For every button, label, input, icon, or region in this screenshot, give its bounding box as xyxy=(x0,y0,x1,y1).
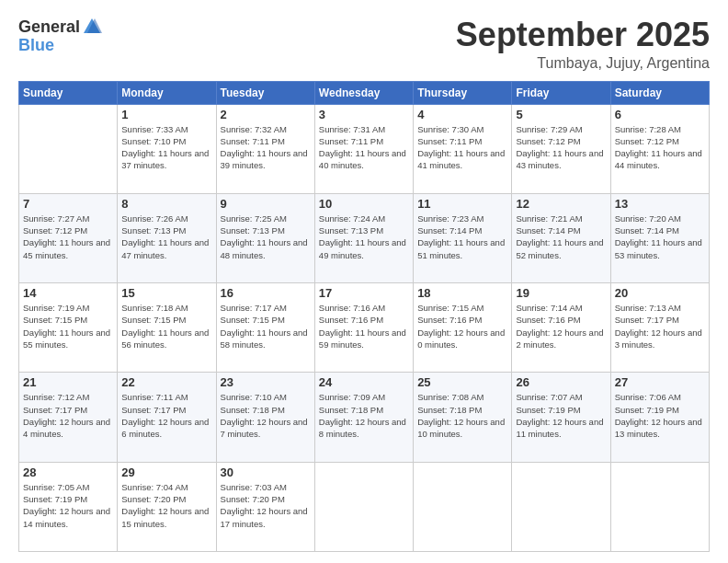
table-row: 3Sunrise: 7:31 AMSunset: 7:11 PMDaylight… xyxy=(314,104,413,193)
table-row: 2Sunrise: 7:32 AMSunset: 7:11 PMDaylight… xyxy=(216,104,314,193)
day-number: 30 xyxy=(221,465,311,479)
day-number: 4 xyxy=(417,108,507,121)
day-number: 6 xyxy=(615,108,705,121)
day-info: Sunrise: 7:28 AMSunset: 7:12 PMDaylight:… xyxy=(615,123,705,172)
table-row: 22Sunrise: 7:11 AMSunset: 7:17 PMDayligh… xyxy=(118,373,216,462)
day-number: 16 xyxy=(221,286,311,300)
day-number: 8 xyxy=(121,197,211,211)
table-row: 23Sunrise: 7:10 AMSunset: 7:18 PMDayligh… xyxy=(216,373,314,462)
day-number: 14 xyxy=(23,286,113,300)
day-number: 19 xyxy=(516,286,606,300)
day-number: 12 xyxy=(516,197,606,211)
day-info: Sunrise: 7:24 AMSunset: 7:13 PMDaylight:… xyxy=(319,213,409,261)
day-info: Sunrise: 7:31 AMSunset: 7:11 PMDaylight:… xyxy=(319,123,409,172)
table-row: 21Sunrise: 7:12 AMSunset: 7:17 PMDayligh… xyxy=(19,373,118,462)
day-info: Sunrise: 7:26 AMSunset: 7:13 PMDaylight:… xyxy=(121,213,211,261)
calendar-week-0: 1Sunrise: 7:33 AMSunset: 7:10 PMDaylight… xyxy=(19,104,710,193)
day-number: 26 xyxy=(516,375,606,389)
day-number: 1 xyxy=(121,108,211,121)
day-number: 9 xyxy=(221,197,311,211)
logo-blue: Blue xyxy=(18,36,54,54)
day-number: 17 xyxy=(319,286,409,300)
logo-general: General xyxy=(18,18,80,35)
table-row xyxy=(610,462,709,551)
col-sunday: Sunday xyxy=(19,81,118,104)
table-row: 19Sunrise: 7:14 AMSunset: 7:16 PMDayligh… xyxy=(512,283,610,373)
day-number: 10 xyxy=(319,197,409,211)
table-row: 7Sunrise: 7:27 AMSunset: 7:12 PMDaylight… xyxy=(19,193,118,282)
day-number: 21 xyxy=(23,375,113,389)
day-info: Sunrise: 7:16 AMSunset: 7:16 PMDaylight:… xyxy=(319,302,409,350)
table-row: 30Sunrise: 7:03 AMSunset: 7:20 PMDayligh… xyxy=(216,462,314,551)
table-row: 1Sunrise: 7:33 AMSunset: 7:10 PMDaylight… xyxy=(118,104,216,193)
day-info: Sunrise: 7:29 AMSunset: 7:12 PMDaylight:… xyxy=(516,123,606,172)
table-row: 14Sunrise: 7:19 AMSunset: 7:15 PMDayligh… xyxy=(19,283,118,373)
day-number: 25 xyxy=(417,375,507,389)
day-info: Sunrise: 7:05 AMSunset: 7:19 PMDaylight:… xyxy=(23,481,113,530)
table-row: 29Sunrise: 7:04 AMSunset: 7:20 PMDayligh… xyxy=(118,462,216,551)
table-row: 11Sunrise: 7:23 AMSunset: 7:14 PMDayligh… xyxy=(414,193,512,282)
day-number: 20 xyxy=(615,286,705,300)
day-info: Sunrise: 7:09 AMSunset: 7:18 PMDaylight:… xyxy=(319,391,409,440)
day-number: 15 xyxy=(121,286,211,300)
day-info: Sunrise: 7:32 AMSunset: 7:11 PMDaylight:… xyxy=(221,123,311,172)
day-number: 5 xyxy=(516,108,606,121)
day-number: 11 xyxy=(417,197,507,211)
table-row: 26Sunrise: 7:07 AMSunset: 7:19 PMDayligh… xyxy=(512,373,610,462)
day-info: Sunrise: 7:08 AMSunset: 7:18 PMDaylight:… xyxy=(417,391,507,440)
calendar-table: Sunday Monday Tuesday Wednesday Thursday… xyxy=(18,81,710,552)
col-thursday: Thursday xyxy=(414,81,512,104)
col-monday: Monday xyxy=(118,81,216,104)
table-row: 24Sunrise: 7:09 AMSunset: 7:18 PMDayligh… xyxy=(314,373,413,462)
logo-icon xyxy=(82,17,102,37)
day-info: Sunrise: 7:25 AMSunset: 7:13 PMDaylight:… xyxy=(221,213,311,261)
day-number: 18 xyxy=(417,286,507,300)
table-row: 4Sunrise: 7:30 AMSunset: 7:11 PMDaylight… xyxy=(414,104,512,193)
day-number: 22 xyxy=(121,375,211,389)
calendar-week-2: 14Sunrise: 7:19 AMSunset: 7:15 PMDayligh… xyxy=(19,283,710,373)
col-tuesday: Tuesday xyxy=(216,81,314,104)
day-info: Sunrise: 7:17 AMSunset: 7:15 PMDaylight:… xyxy=(221,302,311,350)
day-info: Sunrise: 7:21 AMSunset: 7:14 PMDaylight:… xyxy=(516,213,606,261)
day-info: Sunrise: 7:04 AMSunset: 7:20 PMDaylight:… xyxy=(121,481,211,530)
day-number: 3 xyxy=(319,108,409,121)
day-number: 13 xyxy=(615,197,705,211)
day-info: Sunrise: 7:19 AMSunset: 7:15 PMDaylight:… xyxy=(23,302,113,350)
day-number: 24 xyxy=(319,375,409,389)
table-row: 28Sunrise: 7:05 AMSunset: 7:19 PMDayligh… xyxy=(19,462,118,551)
day-number: 7 xyxy=(23,197,113,211)
table-row: 10Sunrise: 7:24 AMSunset: 7:13 PMDayligh… xyxy=(314,193,413,282)
table-row: 17Sunrise: 7:16 AMSunset: 7:16 PMDayligh… xyxy=(314,283,413,373)
day-info: Sunrise: 7:27 AMSunset: 7:12 PMDaylight:… xyxy=(23,213,113,261)
header: General Blue September 2025 Tumbaya, Juj… xyxy=(18,17,710,72)
location-title: Tumbaya, Jujuy, Argentina xyxy=(456,55,710,72)
table-row xyxy=(314,462,413,551)
day-info: Sunrise: 7:11 AMSunset: 7:17 PMDaylight:… xyxy=(121,391,211,440)
table-row: 15Sunrise: 7:18 AMSunset: 7:15 PMDayligh… xyxy=(118,283,216,373)
day-info: Sunrise: 7:20 AMSunset: 7:14 PMDaylight:… xyxy=(615,213,705,261)
table-row: 13Sunrise: 7:20 AMSunset: 7:14 PMDayligh… xyxy=(610,193,709,282)
table-row: 27Sunrise: 7:06 AMSunset: 7:19 PMDayligh… xyxy=(610,373,709,462)
day-info: Sunrise: 7:07 AMSunset: 7:19 PMDaylight:… xyxy=(516,391,606,440)
table-row: 9Sunrise: 7:25 AMSunset: 7:13 PMDaylight… xyxy=(216,193,314,282)
table-row: 16Sunrise: 7:17 AMSunset: 7:15 PMDayligh… xyxy=(216,283,314,373)
day-number: 27 xyxy=(615,375,705,389)
day-info: Sunrise: 7:30 AMSunset: 7:11 PMDaylight:… xyxy=(417,123,507,172)
col-saturday: Saturday xyxy=(610,81,709,104)
table-row: 6Sunrise: 7:28 AMSunset: 7:12 PMDaylight… xyxy=(610,104,709,193)
logo: General Blue xyxy=(18,17,102,54)
day-info: Sunrise: 7:23 AMSunset: 7:14 PMDaylight:… xyxy=(417,213,507,261)
table-row xyxy=(414,462,512,551)
day-number: 23 xyxy=(221,375,311,389)
month-title: September 2025 xyxy=(456,17,710,53)
table-row xyxy=(19,104,118,193)
table-row xyxy=(512,462,610,551)
table-row: 8Sunrise: 7:26 AMSunset: 7:13 PMDaylight… xyxy=(118,193,216,282)
day-number: 29 xyxy=(121,465,211,479)
col-friday: Friday xyxy=(512,81,610,104)
day-number: 28 xyxy=(23,465,113,479)
day-info: Sunrise: 7:06 AMSunset: 7:19 PMDaylight:… xyxy=(615,391,705,440)
table-row: 25Sunrise: 7:08 AMSunset: 7:18 PMDayligh… xyxy=(414,373,512,462)
col-wednesday: Wednesday xyxy=(314,81,413,104)
day-info: Sunrise: 7:33 AMSunset: 7:10 PMDaylight:… xyxy=(121,123,211,172)
